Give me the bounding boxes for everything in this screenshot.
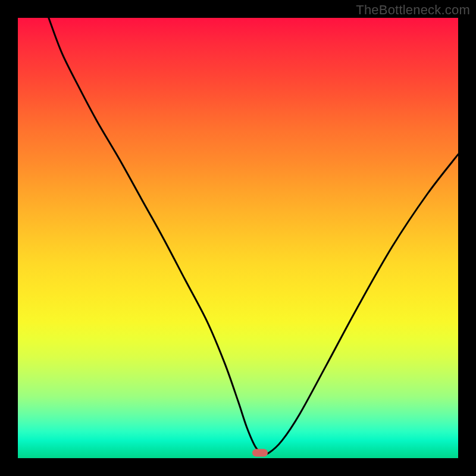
watermark-text: TheBottleneck.com [356, 2, 470, 18]
chart-frame: TheBottleneck.com [0, 0, 476, 476]
optimal-marker [252, 449, 268, 457]
curve-svg [18, 18, 458, 458]
bottleneck-curve [49, 18, 458, 454]
plot-area [18, 18, 458, 458]
